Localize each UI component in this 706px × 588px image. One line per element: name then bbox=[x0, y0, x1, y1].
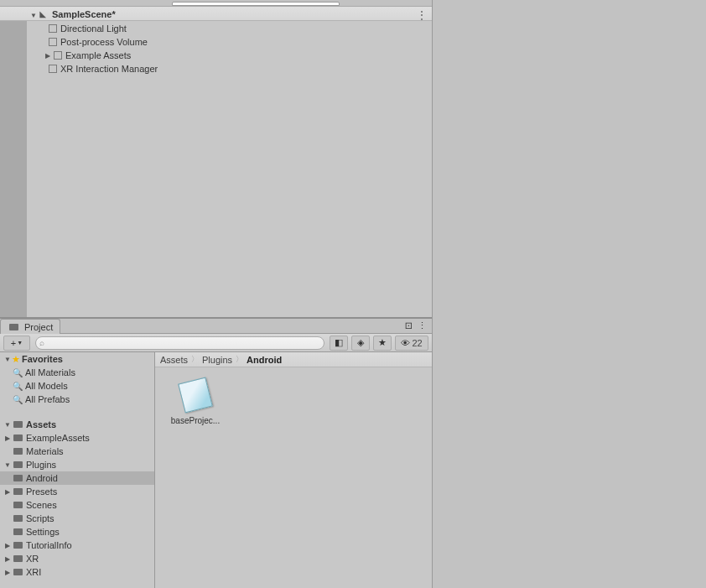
favorites-label: Favorites bbox=[22, 354, 63, 364]
caret-icon[interactable] bbox=[3, 434, 12, 442]
document-icon bbox=[178, 377, 213, 413]
hierarchy-body: Directional Light Post-process Volume Ex… bbox=[0, 21, 432, 317]
search-field[interactable] bbox=[44, 338, 320, 348]
tag-icon: ◈ bbox=[357, 337, 364, 348]
scene-header-row[interactable]: SampleScene* bbox=[0, 7, 432, 21]
favorite-all-models[interactable]: All Models bbox=[0, 379, 154, 393]
search-icon bbox=[12, 368, 23, 377]
filter-by-label-button[interactable]: ◈ bbox=[351, 336, 370, 351]
asset-thumbnail bbox=[178, 377, 213, 413]
folder-label: TutorialInfo bbox=[26, 540, 72, 550]
hierarchy-item-postprocess[interactable]: Post-process Volume bbox=[27, 35, 432, 49]
tab-label: Project bbox=[24, 322, 53, 332]
folder-icon bbox=[12, 502, 23, 508]
star-icon: ★ bbox=[378, 337, 387, 348]
favorite-label: All Models bbox=[25, 381, 68, 391]
hidden-toggle-button[interactable]: 👁 22 bbox=[395, 336, 428, 351]
folder-icon bbox=[12, 434, 23, 441]
tab-project[interactable]: Project bbox=[0, 319, 60, 334]
folder-icon bbox=[12, 475, 23, 481]
project-content: Assets 〉 Plugins 〉 Android baseProjec... bbox=[155, 352, 432, 588]
gameobject-icon bbox=[52, 49, 64, 61]
folder-label: Plugins bbox=[26, 460, 56, 470]
folder-icon bbox=[12, 488, 23, 495]
folder-xr[interactable]: XR bbox=[0, 552, 154, 565]
content-grid[interactable]: baseProjec... bbox=[155, 367, 432, 588]
assets-header[interactable]: Assets bbox=[0, 418, 154, 431]
filter-by-type-button[interactable]: ◧ bbox=[330, 336, 348, 351]
search-icon bbox=[12, 395, 23, 404]
breadcrumb-item[interactable]: Assets bbox=[160, 355, 188, 365]
scene-name: SampleScene* bbox=[52, 9, 116, 19]
favorite-button[interactable]: ★ bbox=[373, 336, 392, 351]
gameobject-icon bbox=[47, 23, 59, 34]
project-search-input[interactable]: ⌕ bbox=[35, 336, 324, 350]
folder-icon bbox=[12, 515, 23, 522]
eye-off-icon: 👁 bbox=[401, 338, 410, 348]
expand-caret[interactable] bbox=[44, 51, 52, 60]
hidden-count: 22 bbox=[412, 338, 422, 348]
lock-icon[interactable]: ⚀ bbox=[405, 321, 413, 330]
folder-xri[interactable]: XRI bbox=[0, 565, 154, 579]
folder-plugins[interactable]: Plugins bbox=[0, 458, 154, 471]
folder-label: Presets bbox=[26, 487, 57, 497]
asset-label: baseProjec... bbox=[171, 416, 220, 425]
favorite-label: All Materials bbox=[25, 367, 75, 377]
folder-icon bbox=[12, 461, 23, 468]
hierarchy-item-label: Post-process Volume bbox=[60, 37, 148, 47]
folder-icon bbox=[12, 542, 23, 549]
hierarchy-item-directional-light[interactable]: Directional Light bbox=[27, 22, 432, 35]
folder-icon bbox=[12, 569, 23, 575]
favorite-all-prefabs[interactable]: All Prefabs bbox=[0, 393, 154, 406]
breadcrumb-sep: 〉 bbox=[191, 354, 199, 365]
folder-label: Android bbox=[26, 473, 58, 483]
breadcrumb: Assets 〉 Plugins 〉 Android bbox=[155, 352, 432, 367]
caret-icon[interactable] bbox=[3, 421, 12, 429]
caret-icon[interactable] bbox=[3, 542, 12, 549]
hierarchy-margin bbox=[0, 21, 27, 317]
folder-icon bbox=[12, 555, 23, 562]
folder-label: Settings bbox=[26, 527, 60, 537]
favorite-label: All Prefabs bbox=[25, 394, 70, 404]
scene-collapse-caret[interactable] bbox=[30, 9, 37, 19]
caret-icon[interactable] bbox=[3, 488, 12, 496]
create-button[interactable]: + ▼ bbox=[3, 336, 30, 351]
folder-scripts[interactable]: Scripts bbox=[0, 512, 154, 525]
favorites-header[interactable]: ★ Favorites bbox=[0, 352, 154, 366]
inspector-empty-area bbox=[433, 0, 706, 588]
breadcrumb-item[interactable]: Plugins bbox=[202, 355, 232, 365]
asset-item-baseproject[interactable]: baseProjec... bbox=[169, 377, 222, 425]
folder-label: Scripts bbox=[26, 513, 55, 523]
caret-icon[interactable] bbox=[3, 555, 12, 563]
folder-exampleassets[interactable]: ExampleAssets bbox=[0, 431, 154, 445]
folder-presets[interactable]: Presets bbox=[0, 485, 154, 498]
breadcrumb-sep: 〉 bbox=[236, 354, 243, 365]
search-sliver[interactable] bbox=[172, 2, 340, 6]
caret-icon[interactable] bbox=[3, 569, 12, 576]
hierarchy-item-label: XR Interaction Manager bbox=[60, 64, 158, 74]
project-body: ★ Favorites All Materials All Models All bbox=[0, 352, 432, 588]
top-sliver bbox=[0, 0, 432, 7]
gameobject-icon bbox=[47, 63, 59, 75]
hierarchy-item-label: Example Assets bbox=[65, 50, 131, 60]
folder-tutorialinfo[interactable]: TutorialInfo bbox=[0, 539, 154, 552]
folder-settings[interactable]: Settings bbox=[0, 525, 154, 539]
caret-icon[interactable] bbox=[3, 461, 12, 469]
folder-android[interactable]: Android bbox=[0, 471, 154, 485]
plus-icon: + bbox=[11, 338, 16, 348]
project-panel-menu: ⚀ ⋮ bbox=[405, 319, 432, 333]
caret-icon[interactable] bbox=[3, 356, 12, 363]
hierarchy-panel: SampleScene* ⋮ Directional Light Post-pr… bbox=[0, 7, 432, 317]
folder-materials[interactable]: Materials bbox=[0, 445, 154, 458]
folder-label: Materials bbox=[26, 446, 64, 456]
breadcrumb-current[interactable]: Android bbox=[247, 355, 282, 365]
panel-menu-icon[interactable]: ⋮ bbox=[418, 320, 427, 331]
folder-label: Scenes bbox=[26, 500, 57, 510]
assets-label: Assets bbox=[26, 419, 56, 429]
favorite-all-materials[interactable]: All Materials bbox=[0, 366, 154, 379]
hierarchy-context-menu-icon[interactable]: ⋮ bbox=[417, 9, 427, 21]
hierarchy-item-example-assets[interactable]: Example Assets bbox=[27, 49, 432, 62]
project-toolbar: + ▼ ⌕ ◧ ◈ ★ 👁 22 bbox=[0, 334, 432, 352]
hierarchy-item-xr-manager[interactable]: XR Interaction Manager bbox=[27, 62, 432, 75]
folder-scenes[interactable]: Scenes bbox=[0, 498, 154, 512]
